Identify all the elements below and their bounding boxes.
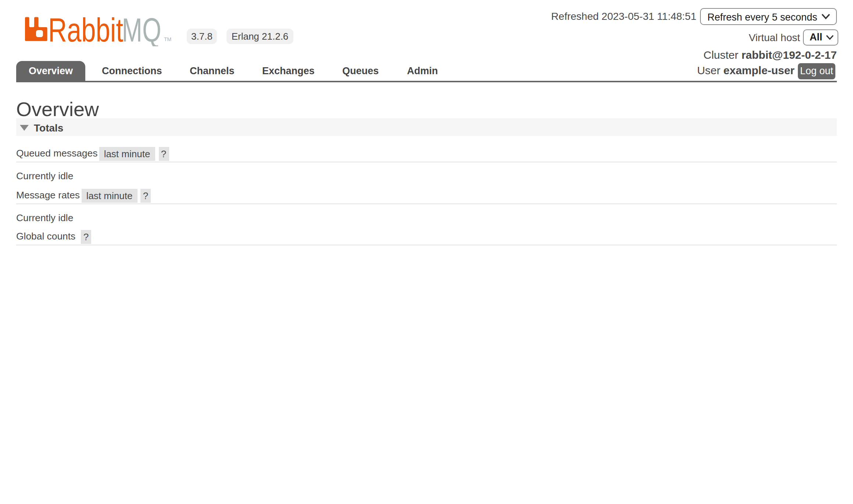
svg-text:Rabbit: Rabbit — [48, 17, 123, 46]
svg-text:TM: TM — [164, 36, 171, 42]
svg-text:MQ: MQ — [122, 17, 161, 46]
